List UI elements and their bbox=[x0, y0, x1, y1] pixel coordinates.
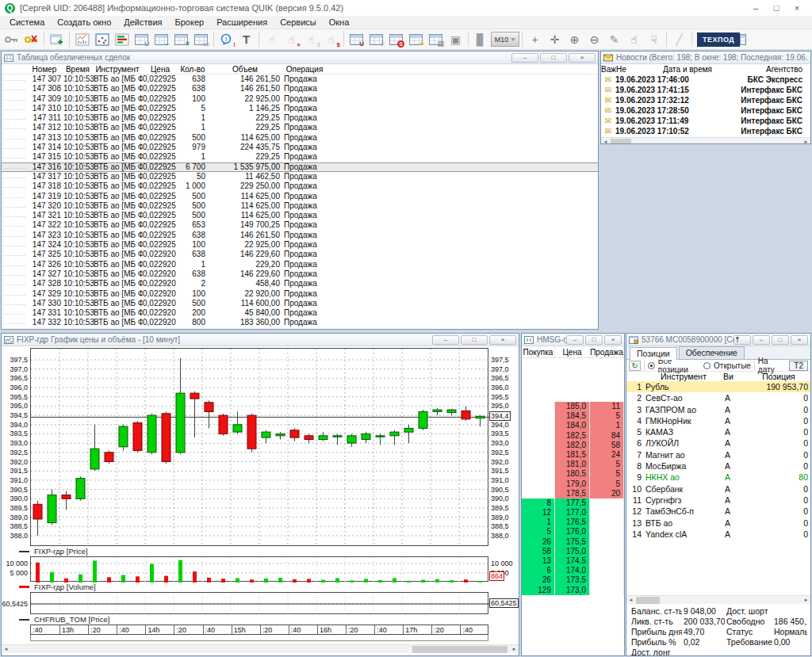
ask-row[interactable]: 181,05 bbox=[522, 460, 624, 469]
crosshair-icon[interactable]: + bbox=[525, 30, 545, 48]
table-row[interactable]: ..........147 31110:10:53ВТБ ао [МБ ФР0,… bbox=[2, 113, 598, 123]
orderbook-window-titlebar[interactable]: HMSG-гд... – □ × bbox=[522, 334, 624, 346]
table-row[interactable]: 11СургнфгзА0 bbox=[626, 495, 810, 506]
market-depth-icon[interactable]: ▊ bbox=[471, 30, 491, 48]
news-scroll-thumb[interactable] bbox=[611, 139, 631, 144]
list-item[interactable]: ✉19.06.2023 17:11:49Интерфакс БКС bbox=[601, 116, 810, 126]
close-button[interactable]: × bbox=[787, 3, 807, 13]
positions-maximize-button[interactable]: □ bbox=[772, 335, 789, 345]
cancel-order-icon[interactable]: ☝× bbox=[282, 30, 301, 48]
trades-maximize-button[interactable]: □ bbox=[540, 53, 567, 63]
table-row[interactable]: 7Магнит аоА0 bbox=[626, 449, 810, 460]
techpod-button[interactable]: ТЕХПОД bbox=[697, 32, 740, 47]
table-row[interactable]: ..........147 33110:10:53ВТБ ао [МБ ФР0,… bbox=[2, 308, 598, 318]
new-window-icon[interactable] bbox=[47, 30, 67, 48]
scatter-chart-icon[interactable] bbox=[92, 30, 112, 48]
news-scroll-right-arrow[interactable]: ► bbox=[802, 139, 810, 144]
menu-Действия[interactable]: Действия bbox=[117, 17, 168, 28]
pointer-hand-icon[interactable]: ☝ bbox=[624, 30, 644, 48]
news-horizontal-scrollbar[interactable]: ◄ ► bbox=[601, 137, 810, 144]
list-item[interactable]: ✉19.06.2023 17:41:15Интерфакс БКС bbox=[601, 85, 810, 95]
table-row[interactable]: 13ВТБ аоА0 bbox=[626, 518, 810, 529]
chart-minimize-button[interactable]: – bbox=[432, 335, 459, 345]
table-copy-icon[interactable]: ▭ bbox=[191, 30, 211, 48]
positions-scroll-left-arrow[interactable]: ◄ bbox=[626, 598, 635, 602]
list-item[interactable]: ✉19.06.2023 17:32:12Интерфакс БКС bbox=[601, 95, 810, 105]
chart-close-button[interactable]: × bbox=[489, 335, 516, 345]
message-icon[interactable]: !! bbox=[216, 30, 236, 48]
news-scroll-left-arrow[interactable]: ◄ bbox=[601, 139, 610, 144]
table-row[interactable]: 6ЛУКОЙЛА0 bbox=[626, 437, 810, 449]
positions-close-button[interactable]: × bbox=[791, 335, 808, 345]
move-chart-icon[interactable]: ✛ bbox=[545, 30, 565, 48]
positions-scroll-thumb[interactable] bbox=[636, 597, 660, 604]
table-row[interactable]: ..........147 31610:10:53ВТБ ао [МБ ФР0,… bbox=[2, 162, 598, 172]
bid-row[interactable]: 58175,0 bbox=[522, 547, 624, 556]
ask-row[interactable]: 179,05 bbox=[522, 479, 624, 489]
chart-scroll-right-arrow[interactable]: ► bbox=[510, 647, 519, 651]
orderbook-close-button[interactable]: × bbox=[604, 335, 622, 345]
ask-row[interactable]: 180,55 bbox=[522, 469, 624, 479]
partial-icon[interactable] bbox=[740, 30, 746, 48]
table-row[interactable]: ..........147 30810:10:53ВТБ ао [МБ ФР0,… bbox=[2, 84, 598, 94]
table-row[interactable]: ..........147 32910:10:53ВТБ ао [МБ ФР0,… bbox=[2, 289, 598, 299]
grab-hand-icon[interactable]: ☟ bbox=[644, 30, 664, 48]
table-row[interactable]: ..........147 31410:10:53ВТБ ао [МБ ФР0,… bbox=[2, 143, 598, 152]
table-row[interactable]: ..........147 31810:10:53ВТБ ао [МБ ФР0,… bbox=[2, 181, 598, 191]
table-row[interactable]: ..........147 33010:10:53ВТБ ао [МБ ФР0,… bbox=[2, 299, 598, 308]
ask-row[interactable]: 178,520 bbox=[522, 489, 624, 498]
table-row[interactable]: 9НКНХ аоА80 bbox=[626, 472, 810, 483]
price-plot[interactable] bbox=[30, 348, 488, 546]
menu-Система[interactable]: Система bbox=[3, 17, 51, 28]
price-pane[interactable]: 397,5397,5397,0397,0396,5396,5396,0396,0… bbox=[2, 348, 519, 546]
table-row[interactable]: ..........147 32010:10:53ВТБ ао [МБ ФР0,… bbox=[2, 201, 598, 211]
table-row[interactable]: 10СбербанкА0 bbox=[626, 483, 810, 495]
chart-scroll-thumb[interactable] bbox=[412, 646, 508, 653]
ask-row[interactable]: 181,524 bbox=[522, 450, 624, 460]
positions-scroll-right-arrow[interactable]: ► bbox=[802, 598, 810, 602]
refresh-button[interactable]: ↻ bbox=[629, 361, 641, 371]
stop-orders-table-icon[interactable]: S bbox=[386, 30, 406, 48]
table-row[interactable]: 5КАМАЗА0 bbox=[626, 426, 810, 437]
quotes-table-icon[interactable] bbox=[112, 30, 132, 48]
draw-line-icon[interactable]: ✎ bbox=[604, 30, 624, 48]
table-row[interactable]: 3ГАЗПРОМ аоА0 bbox=[626, 404, 810, 415]
table-row[interactable]: ..........147 30910:10:53ВТБ ао [МБ ФР0,… bbox=[2, 94, 598, 104]
trend-line-icon[interactable]: ╱ bbox=[669, 30, 689, 48]
menu-Сервисы[interactable]: Сервисы bbox=[274, 17, 323, 28]
bid-row[interactable]: 26175,5 bbox=[522, 537, 624, 547]
table-row[interactable]: ..........147 32810:10:53ВТБ ао [МБ ФР0,… bbox=[2, 279, 598, 288]
table-row[interactable]: 1Рубль190 953,70 bbox=[626, 381, 810, 392]
table-export-excel-icon[interactable]: × bbox=[171, 30, 191, 48]
text-label-icon[interactable]: T bbox=[236, 30, 256, 48]
menu-Брокер[interactable]: Брокер bbox=[169, 17, 211, 28]
zoom-in-icon[interactable]: ⊕ bbox=[565, 30, 584, 48]
chart-icon[interactable] bbox=[72, 30, 92, 48]
orderbook-minimize-button[interactable]: – bbox=[566, 335, 584, 345]
table-row[interactable]: 2СевСт-аоА0 bbox=[626, 392, 810, 403]
table-row[interactable]: ..........147 31510:10:53ВТБ ао [МБ ФР0,… bbox=[2, 152, 598, 162]
table-row[interactable]: ..........147 32610:10:53ВТБ ао [МБ ФР0,… bbox=[2, 260, 598, 269]
timeframe-select[interactable]: M10 bbox=[491, 32, 519, 47]
table-row[interactable]: ..........147 31710:10:53ВТБ ао [МБ ФР0,… bbox=[2, 172, 598, 181]
open-positions-radio[interactable] bbox=[703, 362, 710, 369]
table-row[interactable]: ..........147 31010:10:53ВТБ ао [МБ ФР0,… bbox=[2, 104, 598, 113]
table-row[interactable]: ..........147 32310:10:53ВТБ ао [МБ ФР0,… bbox=[2, 231, 598, 240]
t2-mode-button[interactable]: T2 bbox=[789, 361, 808, 371]
chart-scroll-left-arrow[interactable]: ◄ bbox=[2, 647, 10, 651]
news-window-titlebar[interactable]: Новости (Всего: 198; В окне: 198; Послед… bbox=[601, 52, 810, 64]
volume-plot[interactable] bbox=[30, 556, 488, 582]
trades-window-titlebar[interactable]: Таблица обезличенных сделок – □ × bbox=[2, 52, 598, 64]
stop-order-icon[interactable]: ☝$ bbox=[321, 30, 341, 48]
ask-row[interactable]: 184,01 bbox=[522, 421, 624, 430]
tab-positions[interactable]: Позиции bbox=[630, 347, 677, 360]
positions-horizontal-scrollbar[interactable]: ◄ ► bbox=[626, 595, 810, 604]
table-row[interactable]: 4ГМКНорНикА0 bbox=[626, 415, 810, 426]
money-limits-table-icon[interactable]: ● bbox=[406, 30, 426, 48]
volume-pane[interactable]: 10 00010 0005 0005 000864 bbox=[2, 556, 519, 582]
trades-close-button[interactable]: × bbox=[569, 53, 596, 63]
table-row[interactable]: ..........147 31210:10:53ВТБ ао [МБ ФР0,… bbox=[2, 123, 598, 132]
ask-row[interactable]: 182,584 bbox=[522, 431, 624, 441]
all-positions-radio[interactable] bbox=[648, 362, 655, 369]
replace-order-icon[interactable]: ☝☝ bbox=[301, 30, 321, 48]
